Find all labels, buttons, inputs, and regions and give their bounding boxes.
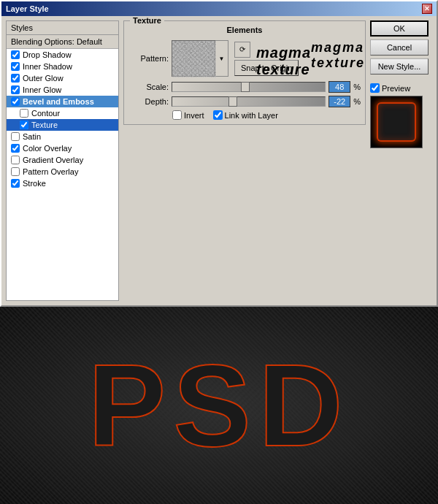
link-layer-item: Link with Layer [213, 110, 278, 120]
pattern-overlay-label: Pattern Overlay [23, 167, 78, 176]
gradient-overlay-checkbox[interactable] [11, 156, 20, 164]
middle-panel: Texture Elements Pattern: [123, 20, 366, 301]
drop-shadow-checkbox[interactable] [11, 50, 20, 59]
satin-label: Satin [23, 132, 41, 141]
sidebar-item-inner-shadow[interactable]: Inner Shadow [7, 61, 118, 72]
reset-pattern-button[interactable]: ⟳ [234, 42, 250, 58]
pattern-row: Pattern: [128, 40, 361, 77]
inner-shadow-label: Inner Shadow [23, 62, 72, 71]
preview-thumb-inner [378, 104, 415, 140]
sidebar-item-bevel-emboss[interactable]: Bevel and Emboss [7, 96, 118, 107]
inner-shadow-checkbox[interactable] [11, 62, 20, 71]
pattern-overlay-checkbox[interactable] [11, 167, 20, 176]
title-bar: Layer Style ✕ [1, 1, 437, 16]
sidebar-item-satin[interactable]: Satin [7, 131, 118, 142]
texture-group-title: Texture [130, 16, 164, 25]
outer-glow-label: Outer Glow [23, 74, 64, 83]
scale-percent: % [353, 83, 361, 91]
color-overlay-label: Color Overlay [23, 144, 72, 153]
preview-checkbox-row: Preview [370, 83, 410, 93]
preview-thumbnail [370, 96, 423, 148]
close-button[interactable]: ✕ [422, 4, 432, 14]
depth-percent: % [353, 97, 361, 106]
sidebar-item-gradient-overlay[interactable]: Gradient Overlay [7, 154, 118, 166]
texture-label: Texture [31, 121, 58, 129]
depth-value: -22 [328, 96, 350, 107]
ok-button[interactable]: OK [370, 20, 429, 37]
sidebar-item-contour[interactable]: Contour [7, 107, 118, 119]
depth-slider[interactable] [172, 96, 326, 107]
invert-item: Invert [172, 110, 204, 120]
depth-row: Depth: -22 % [128, 96, 361, 107]
left-panel: Styles Blending Options: Default Drop Sh… [6, 20, 119, 301]
pattern-preview[interactable] [172, 40, 215, 77]
sidebar-item-stroke[interactable]: Stroke [7, 177, 118, 189]
sidebar-item-drop-shadow[interactable]: Drop Shadow [7, 49, 118, 61]
cancel-button[interactable]: Cancel [370, 39, 429, 56]
preview-section: Preview [370, 83, 432, 148]
outer-glow-checkbox[interactable] [11, 74, 20, 83]
blending-options-section[interactable]: Blending Options: Default [7, 35, 118, 49]
pattern-label: Pattern: [128, 54, 169, 63]
bevel-emboss-checkbox[interactable] [11, 97, 20, 106]
checkbox-row: Invert Link with Layer [128, 110, 361, 120]
color-overlay-checkbox[interactable] [11, 144, 20, 153]
invert-label: Invert [184, 111, 204, 120]
sidebar-item-color-overlay[interactable]: Color Overlay [7, 142, 118, 154]
scale-slider[interactable] [172, 82, 326, 92]
scale-label: Scale: [128, 83, 169, 91]
depth-label: Depth: [128, 97, 169, 106]
snap-to-origin-button[interactable]: Snap to Origin [234, 60, 299, 76]
scale-row: Scale: 48 % [128, 81, 361, 93]
contour-label: Contour [31, 109, 60, 118]
new-style-button[interactable]: New Style... [370, 58, 429, 75]
layer-style-dialog: Layer Style ✕ Styles Blending Options: D… [0, 0, 438, 307]
inner-glow-label: Inner Glow [23, 85, 61, 94]
svg-rect-0 [172, 41, 216, 77]
stroke-label: Stroke [23, 179, 46, 188]
sidebar-item-texture[interactable]: Texture [7, 119, 118, 131]
gradient-overlay-label: Gradient Overlay [23, 156, 83, 164]
preview-label: Preview [382, 84, 410, 93]
link-layer-label: Link with Layer [225, 111, 278, 120]
inner-glow-checkbox[interactable] [11, 85, 20, 94]
styles-header: Styles [7, 21, 118, 35]
sidebar-item-outer-glow[interactable]: Outer Glow [7, 72, 118, 84]
sidebar-item-pattern-overlay[interactable]: Pattern Overlay [7, 166, 118, 177]
sidebar-item-inner-glow[interactable]: Inner Glow [7, 84, 118, 96]
texture-checkbox[interactable] [20, 121, 28, 129]
magma-texture-label: magma texture [311, 40, 365, 71]
elements-subtitle: Elements [128, 26, 361, 34]
link-layer-checkbox[interactable] [213, 110, 223, 120]
dialog-title: Layer Style [6, 4, 49, 13]
pattern-dropdown-button[interactable]: ▼ [215, 40, 228, 77]
drop-shadow-label: Drop Shadow [23, 50, 72, 59]
invert-checkbox[interactable] [172, 110, 182, 120]
satin-checkbox[interactable] [11, 132, 20, 141]
contour-checkbox[interactable] [20, 109, 28, 118]
psd-display-text: PSD [88, 347, 350, 464]
bevel-emboss-label: Bevel and Emboss [23, 97, 94, 106]
scale-value: 48 [328, 81, 350, 93]
psd-preview-section: PSD [0, 307, 438, 504]
stroke-checkbox[interactable] [11, 179, 20, 188]
preview-checkbox[interactable] [370, 83, 380, 93]
dialog-body: Styles Blending Options: Default Drop Sh… [1, 16, 437, 305]
right-panel: OK Cancel New Style... Preview [370, 20, 432, 301]
texture-group: Texture Elements Pattern: [123, 20, 366, 125]
